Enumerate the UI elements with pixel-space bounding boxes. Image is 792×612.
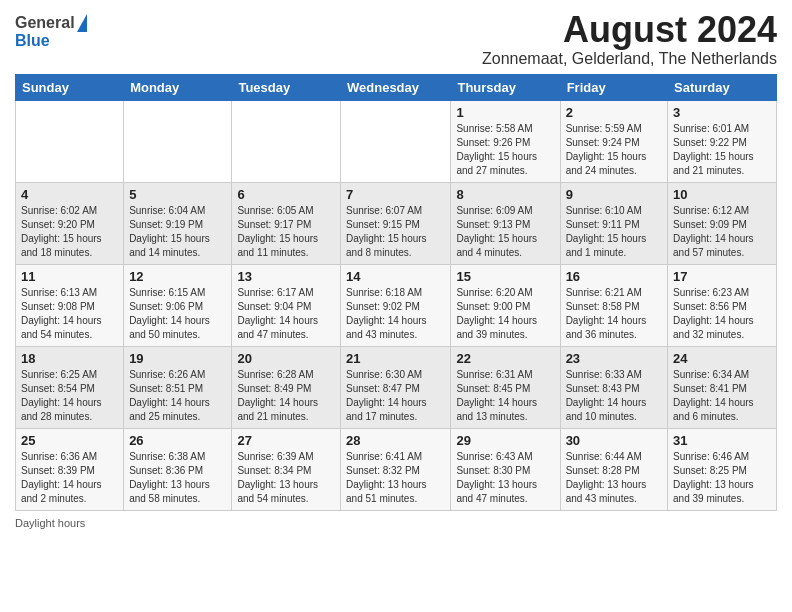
table-row: 22Sunrise: 6:31 AM Sunset: 8:45 PM Dayli…	[451, 346, 560, 428]
day-number: 2	[566, 105, 662, 120]
day-info: Sunrise: 6:34 AM Sunset: 8:41 PM Dayligh…	[673, 368, 771, 424]
table-row: 14Sunrise: 6:18 AM Sunset: 9:02 PM Dayli…	[341, 264, 451, 346]
day-number: 6	[237, 187, 335, 202]
day-info: Sunrise: 6:01 AM Sunset: 9:22 PM Dayligh…	[673, 122, 771, 178]
col-tuesday: Tuesday	[232, 74, 341, 100]
day-info: Sunrise: 6:13 AM Sunset: 9:08 PM Dayligh…	[21, 286, 118, 342]
day-info: Sunrise: 6:04 AM Sunset: 9:19 PM Dayligh…	[129, 204, 226, 260]
table-row: 18Sunrise: 6:25 AM Sunset: 8:54 PM Dayli…	[16, 346, 124, 428]
table-row: 24Sunrise: 6:34 AM Sunset: 8:41 PM Dayli…	[668, 346, 777, 428]
day-number: 16	[566, 269, 662, 284]
table-row: 19Sunrise: 6:26 AM Sunset: 8:51 PM Dayli…	[124, 346, 232, 428]
month-year-title: August 2024	[482, 10, 777, 50]
table-row: 12Sunrise: 6:15 AM Sunset: 9:06 PM Dayli…	[124, 264, 232, 346]
table-row: 27Sunrise: 6:39 AM Sunset: 8:34 PM Dayli…	[232, 428, 341, 510]
day-info: Sunrise: 6:30 AM Sunset: 8:47 PM Dayligh…	[346, 368, 445, 424]
calendar-table: Sunday Monday Tuesday Wednesday Thursday…	[15, 74, 777, 511]
day-number: 15	[456, 269, 554, 284]
day-number: 5	[129, 187, 226, 202]
col-thursday: Thursday	[451, 74, 560, 100]
day-number: 29	[456, 433, 554, 448]
table-row: 11Sunrise: 6:13 AM Sunset: 9:08 PM Dayli…	[16, 264, 124, 346]
day-number: 25	[21, 433, 118, 448]
calendar-header-row: Sunday Monday Tuesday Wednesday Thursday…	[16, 74, 777, 100]
day-info: Sunrise: 6:43 AM Sunset: 8:30 PM Dayligh…	[456, 450, 554, 506]
day-info: Sunrise: 5:58 AM Sunset: 9:26 PM Dayligh…	[456, 122, 554, 178]
day-info: Sunrise: 5:59 AM Sunset: 9:24 PM Dayligh…	[566, 122, 662, 178]
table-row: 28Sunrise: 6:41 AM Sunset: 8:32 PM Dayli…	[341, 428, 451, 510]
day-number: 26	[129, 433, 226, 448]
table-row: 5Sunrise: 6:04 AM Sunset: 9:19 PM Daylig…	[124, 182, 232, 264]
day-info: Sunrise: 6:21 AM Sunset: 8:58 PM Dayligh…	[566, 286, 662, 342]
day-number: 12	[129, 269, 226, 284]
day-number: 21	[346, 351, 445, 366]
title-block: August 2024 Zonnemaat, Gelderland, The N…	[482, 10, 777, 68]
table-row: 16Sunrise: 6:21 AM Sunset: 8:58 PM Dayli…	[560, 264, 667, 346]
table-row: 31Sunrise: 6:46 AM Sunset: 8:25 PM Dayli…	[668, 428, 777, 510]
location-subtitle: Zonnemaat, Gelderland, The Netherlands	[482, 50, 777, 68]
day-number: 4	[21, 187, 118, 202]
table-row: 4Sunrise: 6:02 AM Sunset: 9:20 PM Daylig…	[16, 182, 124, 264]
day-number: 3	[673, 105, 771, 120]
logo-blue-text: Blue	[15, 32, 50, 50]
day-info: Sunrise: 6:26 AM Sunset: 8:51 PM Dayligh…	[129, 368, 226, 424]
table-row: 9Sunrise: 6:10 AM Sunset: 9:11 PM Daylig…	[560, 182, 667, 264]
day-info: Sunrise: 6:44 AM Sunset: 8:28 PM Dayligh…	[566, 450, 662, 506]
day-number: 28	[346, 433, 445, 448]
day-number: 11	[21, 269, 118, 284]
table-row: 6Sunrise: 6:05 AM Sunset: 9:17 PM Daylig…	[232, 182, 341, 264]
day-number: 31	[673, 433, 771, 448]
day-info: Sunrise: 6:09 AM Sunset: 9:13 PM Dayligh…	[456, 204, 554, 260]
day-number: 22	[456, 351, 554, 366]
col-saturday: Saturday	[668, 74, 777, 100]
calendar-week-row: 4Sunrise: 6:02 AM Sunset: 9:20 PM Daylig…	[16, 182, 777, 264]
day-number: 7	[346, 187, 445, 202]
day-info: Sunrise: 6:46 AM Sunset: 8:25 PM Dayligh…	[673, 450, 771, 506]
day-number: 19	[129, 351, 226, 366]
day-number: 17	[673, 269, 771, 284]
day-number: 10	[673, 187, 771, 202]
day-info: Sunrise: 6:05 AM Sunset: 9:17 PM Dayligh…	[237, 204, 335, 260]
table-row: 15Sunrise: 6:20 AM Sunset: 9:00 PM Dayli…	[451, 264, 560, 346]
day-info: Sunrise: 6:20 AM Sunset: 9:00 PM Dayligh…	[456, 286, 554, 342]
day-number: 8	[456, 187, 554, 202]
table-row	[232, 100, 341, 182]
table-row: 21Sunrise: 6:30 AM Sunset: 8:47 PM Dayli…	[341, 346, 451, 428]
day-info: Sunrise: 6:41 AM Sunset: 8:32 PM Dayligh…	[346, 450, 445, 506]
table-row: 30Sunrise: 6:44 AM Sunset: 8:28 PM Dayli…	[560, 428, 667, 510]
day-number: 27	[237, 433, 335, 448]
table-row: 13Sunrise: 6:17 AM Sunset: 9:04 PM Dayli…	[232, 264, 341, 346]
day-info: Sunrise: 6:36 AM Sunset: 8:39 PM Dayligh…	[21, 450, 118, 506]
day-info: Sunrise: 6:25 AM Sunset: 8:54 PM Dayligh…	[21, 368, 118, 424]
calendar-week-row: 1Sunrise: 5:58 AM Sunset: 9:26 PM Daylig…	[16, 100, 777, 182]
table-row: 8Sunrise: 6:09 AM Sunset: 9:13 PM Daylig…	[451, 182, 560, 264]
day-info: Sunrise: 6:10 AM Sunset: 9:11 PM Dayligh…	[566, 204, 662, 260]
table-row: 29Sunrise: 6:43 AM Sunset: 8:30 PM Dayli…	[451, 428, 560, 510]
day-info: Sunrise: 6:15 AM Sunset: 9:06 PM Dayligh…	[129, 286, 226, 342]
calendar-week-row: 18Sunrise: 6:25 AM Sunset: 8:54 PM Dayli…	[16, 346, 777, 428]
day-number: 24	[673, 351, 771, 366]
day-info: Sunrise: 6:17 AM Sunset: 9:04 PM Dayligh…	[237, 286, 335, 342]
logo-triangle-icon	[77, 14, 87, 32]
table-row: 7Sunrise: 6:07 AM Sunset: 9:15 PM Daylig…	[341, 182, 451, 264]
footer-note: Daylight hours	[15, 517, 777, 529]
day-info: Sunrise: 6:23 AM Sunset: 8:56 PM Dayligh…	[673, 286, 771, 342]
day-info: Sunrise: 6:28 AM Sunset: 8:49 PM Dayligh…	[237, 368, 335, 424]
day-number: 14	[346, 269, 445, 284]
table-row: 26Sunrise: 6:38 AM Sunset: 8:36 PM Dayli…	[124, 428, 232, 510]
day-info: Sunrise: 6:33 AM Sunset: 8:43 PM Dayligh…	[566, 368, 662, 424]
table-row: 25Sunrise: 6:36 AM Sunset: 8:39 PM Dayli…	[16, 428, 124, 510]
col-monday: Monday	[124, 74, 232, 100]
table-row: 17Sunrise: 6:23 AM Sunset: 8:56 PM Dayli…	[668, 264, 777, 346]
day-number: 23	[566, 351, 662, 366]
day-number: 1	[456, 105, 554, 120]
table-row: 1Sunrise: 5:58 AM Sunset: 9:26 PM Daylig…	[451, 100, 560, 182]
day-number: 30	[566, 433, 662, 448]
table-row: 20Sunrise: 6:28 AM Sunset: 8:49 PM Dayli…	[232, 346, 341, 428]
day-info: Sunrise: 6:38 AM Sunset: 8:36 PM Dayligh…	[129, 450, 226, 506]
table-row: 2Sunrise: 5:59 AM Sunset: 9:24 PM Daylig…	[560, 100, 667, 182]
day-info: Sunrise: 6:39 AM Sunset: 8:34 PM Dayligh…	[237, 450, 335, 506]
table-row: 10Sunrise: 6:12 AM Sunset: 9:09 PM Dayli…	[668, 182, 777, 264]
day-info: Sunrise: 6:31 AM Sunset: 8:45 PM Dayligh…	[456, 368, 554, 424]
col-wednesday: Wednesday	[341, 74, 451, 100]
